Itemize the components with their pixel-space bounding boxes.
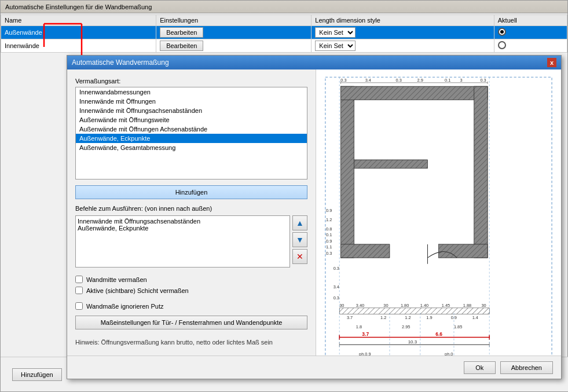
svg-rect-14 (439, 244, 488, 258)
modal-right-panel: 0.3 3.4 0.3 2.9 0.1 3 0.3 0.3 3.4 0.3 0.… (316, 69, 561, 379)
aktive-checkbox[interactable] (75, 287, 83, 294)
checkboxes-section: Wandmitte vermaßen Aktive (sichtbare) Sc… (75, 276, 307, 294)
col-length-text: Length dimension style (315, 17, 380, 24)
list-item[interactable]: Innenwandabmessungen (76, 87, 307, 97)
svg-rect-8 (340, 86, 488, 100)
style-dropdown-1[interactable]: Kein Set (315, 27, 356, 38)
svg-text:1.80: 1.80 (401, 303, 409, 308)
bg-window-title: Automatische Einstellungen für die Wandb… (1, 1, 567, 13)
cancel-button[interactable]: Abbrechen (500, 361, 553, 374)
vermasungsart-label: Vermaßungsart: (75, 78, 307, 85)
col-name: Name (1, 15, 156, 26)
svg-text:2.95: 2.95 (402, 324, 410, 329)
modal-footer: Ok Abbrechen (67, 356, 561, 379)
list-item-selected[interactable]: Außenwände, Eckpunkte (76, 134, 307, 143)
radio-2[interactable] (498, 41, 506, 49)
svg-text:1.1: 1.1 (326, 244, 332, 250)
table-row: Innenwände Bearbeiten Kein Set (1, 39, 567, 53)
svg-text:0.3: 0.3 (334, 266, 339, 271)
modal-dialog: Automatische Wandvermaßung x Vermaßungsa… (67, 55, 562, 379)
commands-section: Befehle zum Ausführen: (von innen nach a… (75, 205, 307, 268)
delete-button[interactable]: ✕ (292, 249, 307, 264)
bg-title-text: Automatische Einstellungen für die Wandb… (5, 3, 152, 10)
row2-aktuell (494, 39, 567, 53)
vermasungsart-section: Vermaßungsart: Innenwandabmessungen Inne… (75, 78, 307, 179)
col-length: Length dimension style (312, 15, 494, 26)
putz-label: Wandmaße ignorieren Putz (86, 303, 164, 310)
edit-button-1[interactable]: Bearbeiten (160, 27, 203, 38)
commands-label: Befehle zum Ausführen: (von innen nach a… (75, 205, 307, 212)
svg-text:1.85: 1.85 (454, 324, 462, 329)
svg-rect-47 (339, 308, 489, 314)
svg-text:0.1: 0.1 (326, 232, 332, 237)
col-settings: Einstellungen (156, 15, 312, 26)
svg-text:0.3: 0.3 (326, 251, 332, 256)
command-item[interactable]: Außenwände, Eckpunkte (78, 225, 288, 232)
svg-text:3.7: 3.7 (347, 315, 353, 320)
svg-text:10.3: 10.3 (408, 339, 417, 345)
svg-text:1.8: 1.8 (356, 324, 362, 329)
svg-rect-12 (340, 244, 390, 258)
modal-close-button[interactable]: x (547, 58, 556, 67)
putz-checkbox[interactable] (75, 302, 83, 310)
wandmitte-label: Wandmitte vermaßen (86, 276, 147, 283)
svg-text:1.4: 1.4 (472, 315, 478, 320)
svg-text:3: 3 (460, 78, 463, 83)
add-main-button[interactable]: Hinzufügen (75, 185, 307, 199)
row2-name: Innenwände (1, 39, 156, 53)
svg-text:1.2: 1.2 (380, 315, 386, 320)
commands-button-group: ▲ ▼ ✕ (292, 215, 307, 268)
radio-1[interactable] (498, 28, 506, 36)
svg-text:2.9: 2.9 (417, 78, 423, 83)
svg-text:1.40: 1.40 (420, 303, 428, 308)
svg-rect-16 (354, 160, 428, 168)
svg-text:30: 30 (339, 303, 344, 308)
style-dropdown-2[interactable]: Kein Set (315, 41, 356, 51)
command-item[interactable]: Innenwände mit Öffnungsachsenabständen (78, 218, 288, 225)
preview-svg: 0.3 3.4 0.3 2.9 0.1 3 0.3 0.3 3.4 0.3 0.… (321, 74, 556, 374)
svg-text:0.9: 0.9 (326, 239, 332, 244)
modal-title-bar: Automatische Wandvermaßung x (67, 56, 561, 69)
svg-text:1.88: 1.88 (463, 303, 471, 308)
svg-text:3.4: 3.4 (365, 78, 371, 83)
commands-listbox: Innenwände mit Öffnungsachsenabständen A… (75, 215, 290, 268)
move-up-button[interactable]: ▲ (292, 215, 307, 230)
hint-text: Hinweis: Öffnungsvermaßung kann brutto, … (75, 339, 307, 346)
checkbox-row-3: Wandmaße ignorieren Putz (75, 302, 307, 310)
checkbox-row-1: Wandmitte vermaßen (75, 276, 307, 283)
svg-text:0.9: 0.9 (326, 208, 332, 213)
list-item[interactable]: Außenwände mit Öffnungsweite (76, 115, 307, 124)
modal-body: Vermaßungsart: Innenwandabmessungen Inne… (67, 69, 561, 379)
svg-text:1.2: 1.2 (326, 217, 332, 222)
ok-button[interactable]: Ok (464, 361, 496, 374)
settings-button[interactable]: Maßeinstellungen für Tür- / Fensterrahme… (75, 316, 307, 329)
svg-text:6.6: 6.6 (435, 331, 442, 337)
move-down-button[interactable]: ▼ (292, 232, 307, 247)
vermasungsart-listbox[interactable]: Innenwandabmessungen Innenwände mit Öffn… (75, 87, 307, 179)
row1-aktuell (494, 26, 567, 39)
row2-style: Kein Set (312, 39, 494, 53)
svg-text:30: 30 (383, 303, 388, 308)
checkbox-row-2: Aktive (sichtbare) Schicht vermaßen (75, 287, 307, 294)
wandmitte-checkbox[interactable] (75, 276, 83, 283)
row1-style: Kein Set (312, 26, 494, 39)
list-item[interactable]: Innenwände mit Öffnungsachsenabständen (76, 106, 307, 115)
edit-button-2[interactable]: Bearbeiten (160, 41, 203, 51)
svg-text:1.9: 1.9 (426, 315, 432, 320)
row1-name: Außenwände (1, 26, 156, 39)
list-item[interactable]: Außenwände mit Öffnungen Achsenabstände (76, 124, 307, 134)
list-item[interactable]: Innenwände mit Öffnungen (76, 97, 307, 106)
svg-text:3.7: 3.7 (362, 331, 369, 337)
svg-rect-6 (340, 86, 354, 258)
bg-add-button[interactable]: Hinzufügen (12, 368, 62, 381)
table-row: Außenwände Bearbeiten Kein Set (1, 26, 567, 39)
row1-edit[interactable]: Bearbeiten (156, 26, 312, 39)
row2-edit[interactable]: Bearbeiten (156, 39, 312, 53)
svg-text:0.3: 0.3 (396, 78, 402, 83)
aktive-label: Aktive (sichtbare) Schicht vermaßen (86, 287, 189, 294)
svg-text:0.3: 0.3 (480, 78, 486, 83)
svg-text:30: 30 (482, 303, 486, 308)
svg-text:1.2: 1.2 (405, 315, 411, 320)
list-item[interactable]: Außenwände, Gesamtabmessung (76, 143, 307, 152)
bg-table: Name Einstellungen Length dimension styl… (1, 14, 567, 53)
